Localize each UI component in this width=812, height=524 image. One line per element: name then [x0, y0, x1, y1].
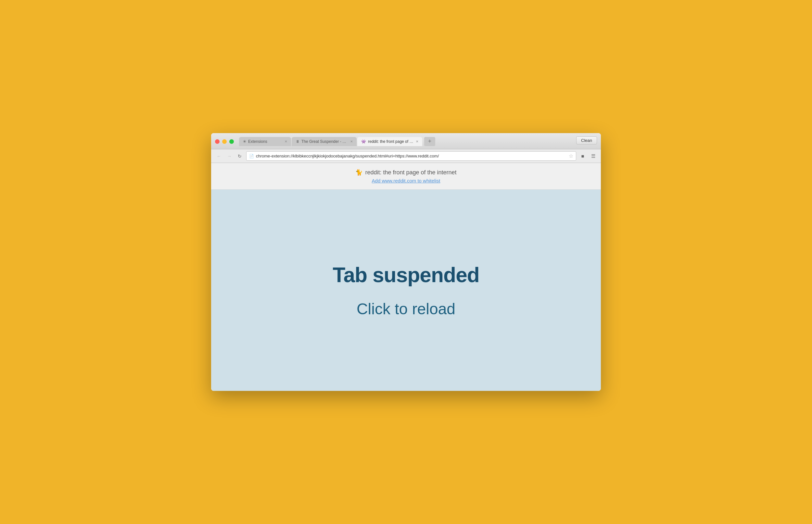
browser-window: ✳ Extensions × ⏸ The Great Suspender - C…	[211, 133, 601, 391]
address-bar: ← → ↻ 📄 chrome-extension://klbibkeccnjlk…	[211, 149, 601, 163]
url-bar[interactable]: 📄 chrome-extension://klbibkeccnjlkjkiokj…	[246, 151, 576, 161]
tab-great-suspender[interactable]: ⏸ The Great Suspender - Ch… ×	[292, 137, 357, 146]
click-to-reload[interactable]: Click to reload	[357, 300, 455, 318]
tab-extensions[interactable]: ✳ Extensions ×	[239, 137, 291, 146]
url-text: chrome-extension://klbibkeccnjlkjkiokjod…	[256, 153, 567, 159]
menu-icon[interactable]: ☰	[589, 152, 597, 160]
bookmark-star-icon[interactable]: ☆	[569, 153, 573, 159]
tab-title-extensions: Extensions	[248, 139, 282, 144]
reddit-icon: 🐈	[355, 169, 362, 176]
tab-title-great-suspender: The Great Suspender - Ch…	[302, 139, 348, 144]
close-button[interactable]	[215, 139, 220, 144]
site-title: reddit: the front page of the internet	[365, 169, 456, 176]
tab-close-reddit[interactable]: ×	[416, 139, 418, 144]
page-content[interactable]: Tab suspended Click to reload	[211, 190, 601, 391]
whitelist-link[interactable]: Add www.reddit.com to whitelist	[217, 178, 595, 183]
tab-reddit[interactable]: 👾 reddit: the front page of th… ×	[357, 137, 422, 146]
back-button[interactable]: ←	[215, 152, 223, 160]
tab-close-great-suspender[interactable]: ×	[350, 139, 353, 144]
minimize-button[interactable]	[222, 139, 227, 144]
forward-button[interactable]: →	[225, 152, 233, 160]
extension-icon[interactable]: ■	[579, 152, 587, 160]
maximize-button[interactable]	[229, 139, 234, 144]
reload-button[interactable]: ↻	[236, 152, 244, 160]
tab-close-extensions[interactable]: ×	[285, 139, 287, 144]
tab-favicon-great-suspender: ⏸	[296, 139, 299, 144]
page-icon: 📄	[249, 154, 254, 159]
clean-button[interactable]: Clean	[576, 136, 597, 145]
tab-favicon-extensions: ✳	[243, 139, 246, 144]
tab-title-reddit: reddit: the front page of th…	[368, 139, 414, 144]
tab-favicon-reddit: 👾	[361, 139, 366, 144]
page-header: 🐈 reddit: the front page of the internet…	[211, 163, 601, 190]
title-bar: ✳ Extensions × ⏸ The Great Suspender - C…	[211, 133, 601, 149]
new-tab-button[interactable]: +	[424, 137, 435, 146]
page-header-title: 🐈 reddit: the front page of the internet	[217, 169, 595, 176]
tabs-container: ✳ Extensions × ⏸ The Great Suspender - C…	[239, 137, 576, 146]
suspended-title: Tab suspended	[332, 263, 480, 287]
window-controls	[215, 139, 234, 144]
toolbar-right: ■ ☰	[579, 152, 597, 160]
